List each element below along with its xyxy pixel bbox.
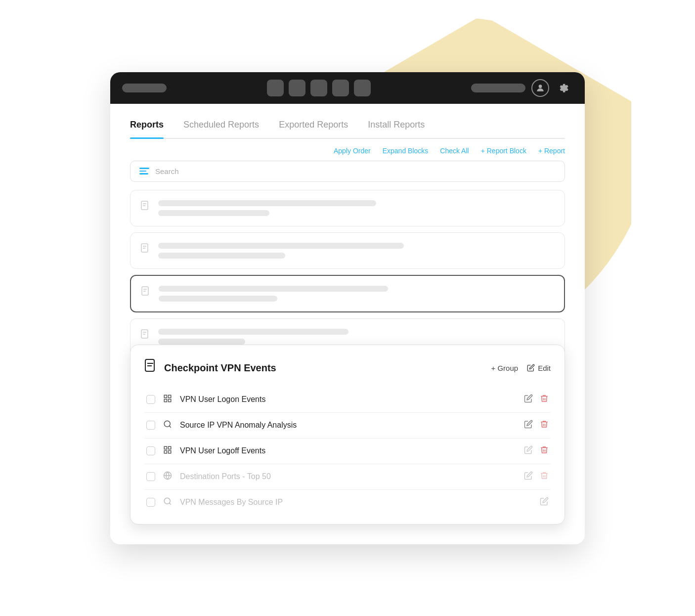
edit-button[interactable]: Edit — [527, 364, 551, 372]
skel-line-4b — [158, 339, 245, 345]
item-checkbox-3[interactable] — [146, 446, 155, 455]
skel-line-2a — [158, 243, 404, 249]
item-edit-icon-1[interactable] — [524, 394, 533, 405]
svg-rect-14 — [164, 450, 167, 453]
report-doc-icon-2 — [140, 243, 150, 258]
nav-dot-2[interactable] — [289, 80, 305, 96]
svg-rect-9 — [169, 399, 171, 401]
item-name-4: Destination Ports - Top 50 — [180, 472, 517, 481]
group-button[interactable]: + Group — [491, 364, 519, 372]
item-type-icon-2 — [162, 420, 173, 431]
card-item-row-2: Source IP VPN Anomaly Analysis — [144, 413, 551, 439]
item-checkbox-1[interactable] — [146, 395, 155, 404]
item-edit-icon-5[interactable] — [540, 497, 549, 508]
svg-rect-8 — [164, 399, 167, 401]
item-type-icon-4 — [162, 471, 173, 483]
item-icons-2 — [524, 420, 549, 431]
check-all-button[interactable]: Check All — [440, 147, 469, 155]
skel-line-1b — [158, 210, 269, 216]
card-actions: + Group Edit — [491, 364, 551, 372]
report-row-2[interactable] — [130, 232, 565, 269]
report-doc-icon-3 — [141, 286, 151, 301]
report-list — [130, 190, 565, 354]
item-type-icon-3 — [162, 445, 173, 457]
pencil-icon — [527, 364, 535, 372]
item-edit-icon-3[interactable] — [524, 445, 533, 457]
item-icons-5 — [540, 497, 549, 508]
titlebar — [110, 72, 585, 104]
skel-line-1a — [158, 200, 376, 206]
item-type-icon-5 — [162, 497, 173, 508]
svg-rect-15 — [169, 450, 171, 453]
tab-exported-reports[interactable]: Exported Reports — [279, 116, 348, 138]
action-bar: Apply Order Expand Blocks Check All Repo… — [130, 139, 565, 161]
settings-icon[interactable] — [555, 79, 573, 97]
item-delete-icon-4[interactable] — [540, 471, 549, 483]
titlebar-search-pill — [471, 84, 525, 92]
item-edit-icon-2[interactable] — [524, 420, 533, 431]
nav-dot-3[interactable] — [310, 80, 327, 96]
card-item-row-4: Destination Ports - Top 50 — [144, 464, 551, 490]
card-doc-icon — [144, 359, 157, 377]
svg-rect-7 — [169, 395, 171, 397]
expanded-report-card: Checkpoint VPN Events + Group Edit — [130, 345, 565, 525]
card-item-row-1: VPN User Logon Events — [144, 387, 551, 413]
report-doc-icon-4 — [140, 329, 150, 344]
add-report-block-button[interactable]: Report Block — [481, 147, 526, 155]
user-icon[interactable] — [531, 79, 549, 97]
item-icons-3 — [524, 445, 549, 457]
tab-bar: Reports Scheduled Reports Exported Repor… — [130, 104, 565, 139]
main-window: Reports Scheduled Reports Exported Repor… — [110, 72, 585, 544]
report-skeleton-2 — [158, 243, 555, 259]
report-doc-icon-1 — [140, 201, 150, 216]
svg-point-0 — [539, 85, 542, 88]
tab-reports[interactable]: Reports — [130, 116, 164, 138]
svg-line-19 — [169, 503, 171, 504]
svg-point-18 — [164, 498, 170, 504]
titlebar-nav-dots — [267, 80, 371, 96]
card-header: Checkpoint VPN Events + Group Edit — [144, 359, 551, 377]
item-icons-4 — [524, 471, 549, 483]
search-placeholder: Search — [155, 167, 179, 176]
skel-line-3a — [159, 286, 388, 292]
item-checkbox-4[interactable] — [146, 472, 155, 481]
tab-install-reports[interactable]: Install Reports — [368, 116, 425, 138]
item-name-2: Source IP VPN Anomaly Analysis — [180, 421, 517, 430]
nav-dot-1[interactable] — [267, 80, 284, 96]
item-checkbox-2[interactable] — [146, 421, 155, 430]
report-row-1[interactable] — [130, 190, 565, 226]
svg-rect-13 — [169, 446, 171, 449]
search-bar[interactable]: Search — [130, 161, 565, 182]
svg-rect-12 — [164, 446, 167, 449]
report-skeleton-3 — [159, 286, 554, 302]
titlebar-right-controls — [471, 79, 573, 97]
item-name-5: VPN Messages By Source IP — [180, 498, 533, 507]
edit-label: Edit — [538, 364, 551, 372]
item-delete-icon-3[interactable] — [540, 445, 549, 457]
expand-blocks-button[interactable]: Expand Blocks — [383, 147, 429, 155]
item-delete-icon-2[interactable] — [540, 420, 549, 431]
card-items-list: VPN User Logon Events — [144, 387, 551, 515]
skel-line-3b — [159, 296, 277, 302]
item-type-icon-1 — [162, 394, 173, 405]
filter-line-1 — [139, 168, 149, 169]
tab-scheduled-reports[interactable]: Scheduled Reports — [183, 116, 259, 138]
svg-rect-6 — [164, 395, 167, 397]
item-checkbox-5[interactable] — [146, 498, 155, 507]
item-delete-icon-1[interactable] — [540, 394, 549, 405]
nav-dot-4[interactable] — [332, 80, 349, 96]
report-row-3[interactable] — [130, 275, 565, 312]
item-name-1: VPN User Logon Events — [180, 395, 517, 404]
content-area: Reports Scheduled Reports Exported Repor… — [110, 104, 585, 544]
nav-dot-5[interactable] — [354, 80, 371, 96]
filter-line-2 — [139, 171, 146, 172]
titlebar-left-pill — [122, 84, 167, 92]
svg-point-10 — [164, 421, 170, 427]
filter-icon — [139, 168, 149, 175]
apply-order-button[interactable]: Apply Order — [334, 147, 371, 155]
item-edit-icon-4[interactable] — [524, 471, 533, 483]
filter-line-3 — [139, 173, 148, 175]
card-title: Checkpoint VPN Events — [164, 362, 484, 374]
add-report-button[interactable]: Report — [538, 147, 565, 155]
item-icons-1 — [524, 394, 549, 405]
